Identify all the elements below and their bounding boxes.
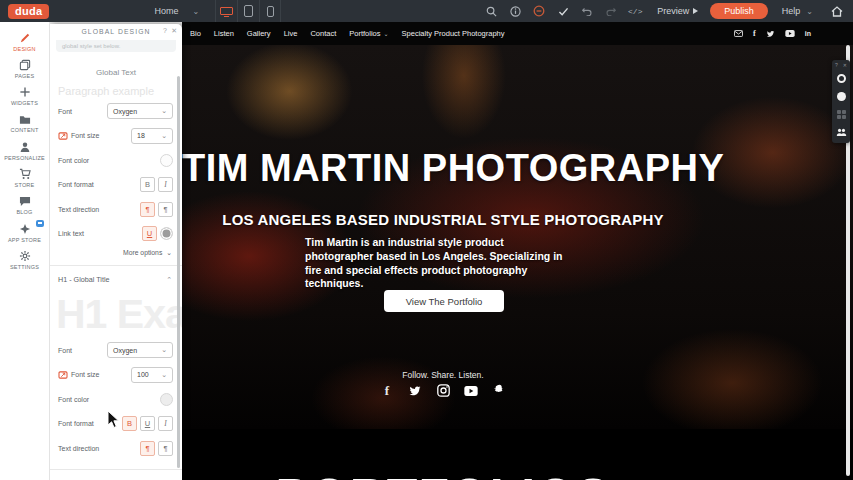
- h1-font-select[interactable]: Oxygen ⌄: [107, 342, 173, 358]
- font-color-row: Font color: [50, 148, 182, 173]
- direction-ltr-button[interactable]: ¶: [140, 202, 155, 217]
- h1-font-format-label: Font format: [58, 420, 94, 427]
- youtube-icon[interactable]: [464, 383, 479, 398]
- nav-social-icons: f in: [734, 29, 811, 38]
- h1-section-title: H1 - Global Title: [58, 275, 110, 284]
- toolbar-help-icon[interactable]: ?: [835, 62, 838, 68]
- h1-font-size-select[interactable]: 100 ⌄: [131, 367, 173, 383]
- feedback-button[interactable]: [529, 2, 549, 20]
- link-underline-button[interactable]: U: [142, 226, 157, 241]
- nav-link-specialty[interactable]: Specialty Product Photography: [402, 29, 505, 38]
- sections-button[interactable]: [832, 105, 850, 123]
- paragraph-example: Paragraph example: [58, 85, 182, 97]
- sidebar-item-blog[interactable]: BLOG: [0, 192, 49, 219]
- nav-link-portfolios[interactable]: Portfolios ⌄: [349, 29, 388, 38]
- undo-button[interactable]: [577, 2, 597, 20]
- dev-mode-button[interactable]: </>: [625, 2, 645, 20]
- panel-close-icon[interactable]: ✕: [171, 27, 177, 35]
- topbar-actions: </> Preview Publish Help ⌄: [481, 2, 847, 20]
- h1-bold-button[interactable]: B: [122, 416, 137, 431]
- h1-italic-button[interactable]: I: [158, 416, 173, 431]
- font-color-swatch[interactable]: [160, 154, 173, 167]
- nav-link-bio[interactable]: Bio: [190, 29, 201, 38]
- duda-logo[interactable]: duda: [8, 4, 49, 19]
- help-menu[interactable]: Help ⌄: [782, 6, 813, 16]
- panel-help-icon[interactable]: ?: [163, 27, 167, 34]
- sidebar-item-pages[interactable]: PAGES: [0, 55, 49, 82]
- portfolios-heading[interactable]: PORTFOLIOS: [182, 468, 704, 480]
- facebook-icon[interactable]: f: [380, 383, 395, 398]
- sidebar-item-settings[interactable]: SETTINGS: [0, 246, 49, 273]
- site-intro-paragraph[interactable]: Tim Martin is an industrial style produc…: [305, 236, 563, 291]
- record-button[interactable]: [832, 69, 850, 87]
- sidebar-item-widgets[interactable]: WIDGETS: [0, 83, 49, 110]
- redo-button[interactable]: [601, 2, 621, 20]
- tablet-view-button[interactable]: [237, 0, 259, 22]
- sidebar-item-app-store[interactable]: APP STORE: [0, 219, 49, 246]
- publish-button[interactable]: Publish: [710, 3, 768, 19]
- hero-section: TIM MARTIN PHOTOGRAPHY LOS ANGELES BASED…: [182, 45, 853, 429]
- toolbar-close-icon[interactable]: ✕: [843, 62, 847, 68]
- comment-icon: [837, 92, 846, 101]
- h1-direction-rtl-button[interactable]: ¶: [158, 441, 173, 456]
- dashboard-home-button[interactable]: [827, 2, 847, 20]
- h1-section-header[interactable]: H1 - Global Title ⌃: [50, 275, 182, 284]
- font-size-icon: [58, 132, 68, 140]
- site-subtitle[interactable]: LOS ANGELES BASED INDUSTRIAL STYLE PHOTO…: [182, 211, 704, 228]
- site-navbar: Bio Listen Gallery Live Contact Portfoli…: [182, 22, 853, 45]
- info-button[interactable]: [505, 2, 525, 20]
- sidebar-item-content[interactable]: CONTENT: [0, 110, 49, 137]
- search-button[interactable]: [481, 2, 501, 20]
- speech-bubble-icon: [19, 196, 31, 207]
- team-button[interactable]: [832, 123, 850, 141]
- h1-direction-ltr-button[interactable]: ¶: [140, 441, 155, 456]
- font-size-row: Font size 18 ⌄: [50, 124, 182, 149]
- twitter-icon[interactable]: [766, 30, 775, 38]
- view-portfolio-button[interactable]: View The Portfolio: [384, 290, 504, 312]
- sidebar-item-design[interactable]: DESIGN: [0, 28, 49, 55]
- link-color-swatch[interactable]: [160, 227, 173, 240]
- h1-text-direction-label: Text direction: [58, 445, 99, 452]
- feedback-icon: [533, 5, 545, 17]
- h1-text-direction-row: Text direction ¶ ¶: [50, 436, 182, 461]
- more-options-link[interactable]: More options ⌄: [50, 249, 182, 257]
- nav-link-live[interactable]: Live: [284, 29, 298, 38]
- mobile-view-button[interactable]: [259, 0, 281, 22]
- h1-underline-button[interactable]: U: [140, 416, 155, 431]
- sidebar-item-store[interactable]: STORE: [0, 164, 49, 191]
- twitter-icon[interactable]: [408, 383, 423, 398]
- page-selector-value: Home: [154, 6, 178, 16]
- bold-button[interactable]: B: [140, 177, 155, 192]
- direction-rtl-button[interactable]: ¶: [158, 202, 173, 217]
- folder-icon: [19, 114, 31, 125]
- h1-font-color-swatch[interactable]: [160, 393, 173, 406]
- facebook-icon[interactable]: f: [753, 29, 756, 38]
- linkedin-icon[interactable]: in: [805, 30, 811, 37]
- email-icon[interactable]: [734, 30, 743, 37]
- font-row: Font Oxygen ⌄: [50, 99, 182, 124]
- site-title[interactable]: TIM MARTIN PHOTOGRAPHY: [182, 147, 704, 190]
- font-select[interactable]: Oxygen ⌄: [107, 103, 173, 119]
- comments-button[interactable]: [832, 87, 850, 105]
- nav-link-listen[interactable]: Listen: [214, 29, 234, 38]
- panel-scrollbar[interactable]: [177, 76, 180, 468]
- nav-link-contact[interactable]: Contact: [310, 29, 336, 38]
- youtube-icon[interactable]: [785, 30, 795, 37]
- saved-indicator-button[interactable]: [553, 2, 573, 20]
- font-size-select[interactable]: 18 ⌄: [131, 128, 173, 144]
- font-size-icon: [58, 371, 68, 379]
- h1-example: H1 Example: [56, 290, 182, 338]
- sidebar-item-personalize[interactable]: PERSONALIZE: [0, 137, 49, 164]
- desktop-view-button[interactable]: [215, 0, 237, 22]
- snapchat-icon[interactable]: [492, 383, 507, 398]
- app-store-icon: [19, 223, 31, 235]
- preview-button[interactable]: Preview: [657, 6, 698, 16]
- chevron-down-icon: ⌄: [384, 30, 389, 37]
- page-selector[interactable]: Home ⌄: [154, 6, 199, 16]
- italic-button[interactable]: I: [158, 177, 173, 192]
- chevron-down-icon: ⌄: [161, 346, 167, 354]
- instagram-icon[interactable]: [436, 383, 451, 398]
- nav-link-gallery[interactable]: Gallery: [247, 29, 271, 38]
- undo-icon: [581, 6, 593, 16]
- collaboration-toolbar: ? ✕: [832, 60, 850, 143]
